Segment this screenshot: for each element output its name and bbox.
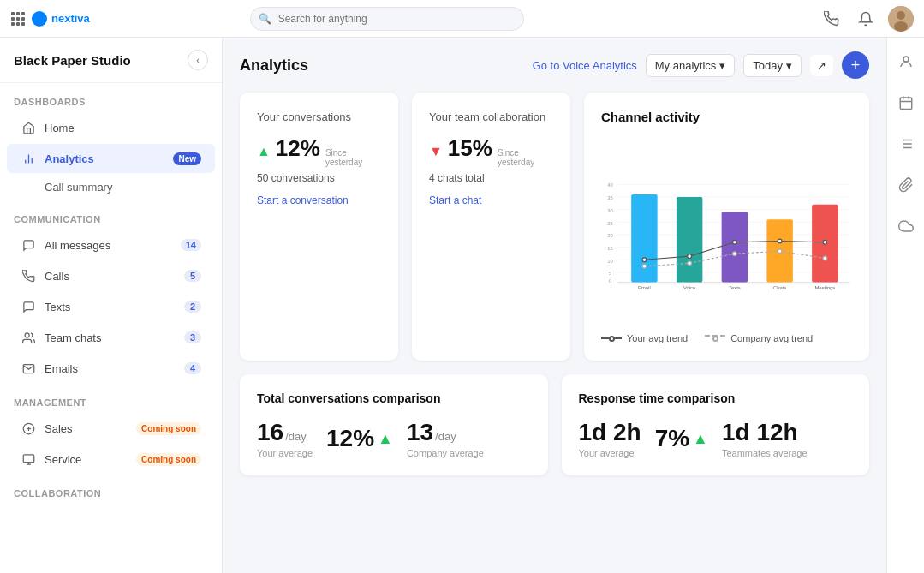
company-avg-val-row: 13 /day <box>407 419 484 446</box>
company-trend-dot5 <box>823 256 827 260</box>
your-response-val: 1d 2h <box>579 419 641 445</box>
response-pct-row: 7% ▲ <box>655 425 708 452</box>
svg-text:30: 30 <box>607 208 613 213</box>
your-trend-dot5 <box>823 240 827 244</box>
total-comparison-stats: 16 /day Your average 12% ▲ 13 <box>257 419 531 458</box>
search-input[interactable] <box>250 7 524 31</box>
legend-your-avg: Your avg trend <box>601 333 688 343</box>
svg-text:20: 20 <box>607 233 613 238</box>
emails-badge: 4 <box>184 362 201 374</box>
team-chats-badge: 3 <box>184 331 201 343</box>
svg-rect-2 <box>21 12 25 15</box>
svg-text:5: 5 <box>609 271 612 276</box>
your-response-block: 1d 2h Your average <box>579 419 641 458</box>
sidebar-item-calls[interactable]: Calls 5 <box>7 261 215 290</box>
company-trend-dot3 <box>733 252 737 256</box>
messages-icon <box>21 237 36 253</box>
your-avg-block: 16 /day Your average <box>257 419 313 458</box>
voice-bar <box>677 197 702 283</box>
response-comparison-stats: 1d 2h Your average 7% ▲ 1d 12h <box>579 419 853 458</box>
my-analytics-dropdown[interactable]: My analytics ▾ <box>646 54 736 77</box>
sidebar-item-analytics[interactable]: Analytics New <box>7 144 215 173</box>
start-chat-link[interactable]: Start a chat <box>429 194 553 206</box>
sidebar-item-team-chats[interactable]: Team chats 3 <box>7 323 215 352</box>
svg-point-17 <box>25 332 29 337</box>
channel-activity-card: Channel activity 40 35 30 25 20 15 10 5 … <box>584 93 869 361</box>
my-analytics-label: My analytics <box>655 59 717 72</box>
start-conversation-link[interactable]: Start a conversation <box>257 194 381 206</box>
paperclip-icon[interactable] <box>892 171 920 199</box>
topnav-right <box>820 6 914 32</box>
total-comparison-title: Total conversations comparison <box>257 391 531 405</box>
your-response-label: Your average <box>579 448 641 458</box>
legend-your-label: Your avg trend <box>627 333 688 343</box>
svg-rect-48 <box>900 98 912 110</box>
list-icon[interactable] <box>892 130 920 158</box>
your-response-val-row: 1d 2h <box>579 419 641 446</box>
bar-chart: 40 35 30 25 20 15 10 5 0 <box>601 138 852 326</box>
sales-icon <box>21 421 36 436</box>
share-icon: ↗ <box>817 59 826 72</box>
communication-section-label: Communication <box>0 200 222 230</box>
svg-text:10: 10 <box>607 259 613 264</box>
conversations-percent: 12% <box>276 135 320 162</box>
all-messages-badge: 14 <box>181 239 201 251</box>
phone-icon[interactable] <box>820 7 844 31</box>
teammates-avg-val: 1d 12h <box>722 419 798 445</box>
channel-activity-title: Channel activity <box>601 110 852 124</box>
service-icon <box>21 451 36 467</box>
calendar-icon[interactable] <box>892 89 920 116</box>
your-trend-dot <box>642 258 647 262</box>
service-label: Service <box>45 453 128 466</box>
sales-coming-soon: Coming soon <box>136 422 201 435</box>
calls-icon <box>21 268 36 284</box>
avatar[interactable] <box>888 6 914 32</box>
today-dropdown[interactable]: Today ▾ <box>743 54 802 77</box>
svg-point-12 <box>897 11 905 20</box>
legend-dot-solid <box>609 336 615 342</box>
conversations-since: Since yesterday <box>325 148 381 167</box>
texts-bar <box>722 212 748 283</box>
company-trend-dot2 <box>688 261 692 266</box>
share-button[interactable]: ↗ <box>810 55 833 76</box>
cloud-icon[interactable] <box>892 212 920 240</box>
workspace-name: Black Paper Studio <box>14 53 131 68</box>
add-button[interactable]: + <box>842 51 869 79</box>
collapse-button[interactable]: ‹ <box>188 50 208 70</box>
sidebar-item-call-summary[interactable]: Call summary <box>7 175 215 200</box>
svg-text:25: 25 <box>607 221 613 226</box>
bell-icon[interactable] <box>854 7 878 31</box>
collaboration-since: Since yesterday <box>498 148 553 167</box>
chevron-down-icon-2: ▾ <box>786 59 792 72</box>
sidebar-item-emails[interactable]: Emails 4 <box>7 354 215 383</box>
texts-label: Texts <box>45 301 176 313</box>
svg-text:Chats: Chats <box>773 285 786 290</box>
sidebar-item-all-messages[interactable]: All messages 14 <box>7 230 215 260</box>
conversations-card-title: Your conversations <box>257 110 381 125</box>
company-trend-dot <box>642 265 647 269</box>
sidebar-item-texts[interactable]: Texts 2 <box>7 292 215 321</box>
total-pct-block: 12% ▲ <box>326 425 393 452</box>
voice-analytics-link[interactable]: Go to Voice Analytics <box>533 59 637 72</box>
svg-rect-6 <box>11 22 15 26</box>
svg-rect-0 <box>11 12 15 15</box>
layout: Black Paper Studio ‹ Dashboards Home Ana… <box>0 38 924 573</box>
svg-text:Meetings: Meetings <box>814 285 835 290</box>
teammates-avg-val-row: 1d 12h <box>722 419 808 446</box>
main-content: Analytics Go to Voice Analytics My analy… <box>223 38 886 573</box>
person-icon[interactable] <box>892 48 920 75</box>
logo: nextiva <box>10 10 91 27</box>
calls-label: Calls <box>45 270 176 283</box>
your-trend-dot2 <box>688 254 692 259</box>
grid-icon <box>10 11 26 27</box>
sidebar-item-sales[interactable]: Sales Coming soon <box>7 414 215 443</box>
svg-text:Email: Email <box>638 285 651 290</box>
sidebar-item-service[interactable]: Service Coming soon <box>7 445 215 474</box>
sidebar-item-home[interactable]: Home <box>7 113 215 142</box>
all-messages-label: All messages <box>45 239 172 252</box>
bar-chart-svg: 40 35 30 25 20 15 10 5 0 <box>601 138 852 326</box>
collaboration-stat-main: ▼ 15% Since yesterday <box>429 135 553 167</box>
cards-row: Your conversations ▲ 12% Since yesterday… <box>240 93 869 361</box>
total-arrow: ▲ <box>378 430 393 448</box>
conversations-sub: 50 conversations <box>257 172 381 184</box>
